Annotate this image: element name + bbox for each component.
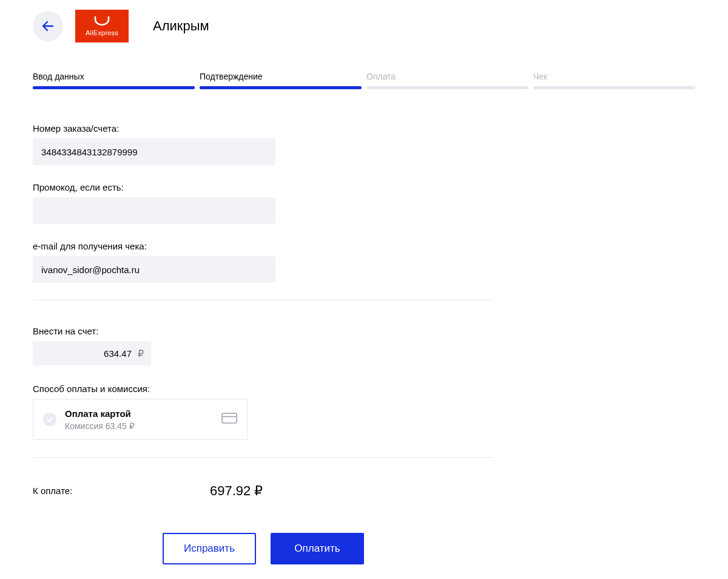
aliexpress-logo: AliExpress [75,10,129,42]
step-receipt: Чек [533,72,695,89]
step-confirm: Подтверждение [200,72,362,89]
step-bar [533,86,695,89]
arrow-left-icon [41,19,55,33]
step-bar [200,86,362,89]
step-label: Чек [533,72,695,81]
order-input[interactable] [33,138,275,165]
divider [33,300,494,300]
payment-method-label: Способ оплаты и комиссия: [33,384,494,394]
check-icon [43,413,56,426]
page-title: Аликрым [153,18,209,34]
ruble-icon: ₽ [138,348,144,359]
amount-value: 634.47 [104,348,132,359]
step-bar [33,86,195,89]
credit-card-icon [221,413,237,426]
step-label: Подтверждение [200,72,362,81]
payment-method-card[interactable]: Оплата картой Комиссия 63.45 ₽ [33,399,248,440]
bag-icon [93,16,111,28]
amount-input[interactable]: 634.47 ₽ [33,341,151,365]
amount-label: Внести на счет: [33,326,494,336]
logo-text: AliExpress [86,29,118,36]
svg-rect-1 [222,413,237,423]
promo-input[interactable] [33,197,275,224]
payment-method-title: Оплата картой [65,408,213,420]
payment-method-subtitle: Комиссия 63.45 ₽ [65,421,213,431]
promo-label: Промокод, если есть: [33,182,494,192]
step-bar [366,86,528,89]
total-value: 697.92 ₽ [210,483,263,499]
total-label: К оплате: [33,486,210,496]
pay-button[interactable]: Оплатить [271,533,364,564]
order-label: Номер заказа/счета: [33,123,494,134]
stepper: Ввод данных Подтверждение Оплата Чек [33,72,695,89]
email-label: e-mail для получения чека: [33,241,494,251]
step-label: Оплата [366,72,528,81]
step-label: Ввод данных [33,72,195,81]
back-button[interactable] [33,11,63,41]
step-payment: Оплата [366,72,528,89]
email-input[interactable] [33,256,275,283]
step-input: Ввод данных [33,72,195,89]
edit-button[interactable]: Исправить [163,533,256,564]
divider [33,457,494,458]
